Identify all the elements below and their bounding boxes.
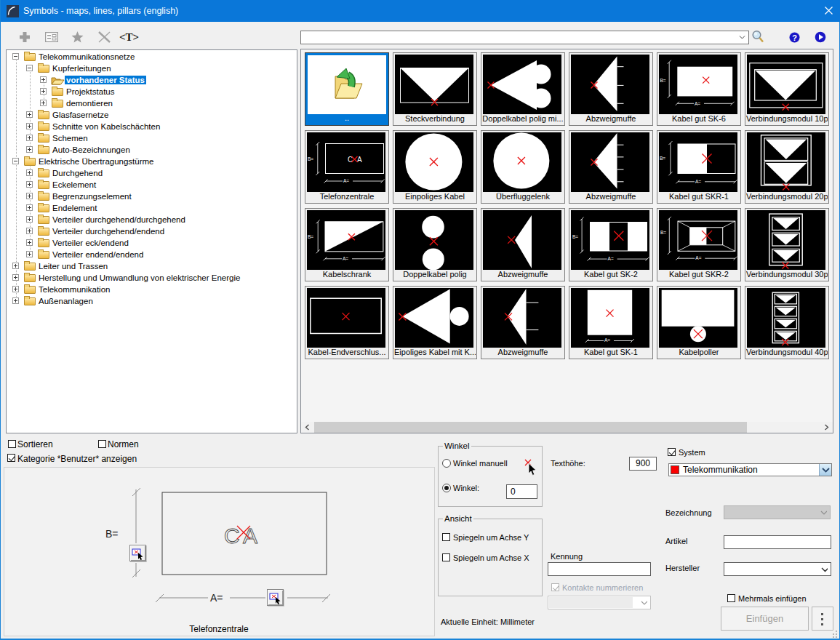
svg-text:A=: A= <box>695 255 701 260</box>
svg-text:C: C <box>224 524 240 548</box>
svg-text:A=: A= <box>343 256 348 261</box>
svg-text:B=: B= <box>572 234 578 239</box>
svg-text:?: ? <box>792 33 797 42</box>
svg-text:Telefonzentrale: Telefonzentrale <box>189 624 249 634</box>
svg-text:A=: A= <box>210 592 223 604</box>
svg-text:A=: A= <box>343 178 349 183</box>
svg-text:A: A <box>243 524 257 548</box>
svg-text:A=: A= <box>695 179 701 184</box>
svg-text:A=: A= <box>608 256 614 261</box>
svg-text:B=: B= <box>105 528 119 540</box>
svg-text:B=: B= <box>660 78 666 83</box>
svg-text:A: A <box>357 156 362 164</box>
svg-text:B=: B= <box>660 230 666 235</box>
svg-text:B=: B= <box>308 234 313 239</box>
svg-text:A=: A= <box>604 337 610 343</box>
svg-text:B=: B= <box>308 156 313 161</box>
svg-text:B=: B= <box>660 156 665 161</box>
svg-text:A=: A= <box>695 101 700 106</box>
